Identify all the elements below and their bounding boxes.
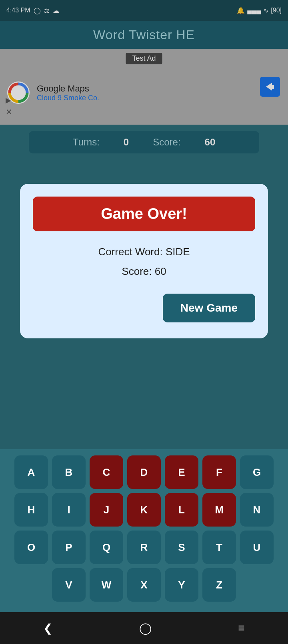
key-m[interactable]: M (202, 493, 236, 527)
key-t[interactable]: T (202, 531, 236, 564)
keyboard-row-4: V W X Y Z (3, 568, 285, 602)
key-d[interactable]: D (127, 455, 161, 489)
key-s[interactable]: S (165, 531, 198, 564)
key-h[interactable]: H (14, 493, 48, 527)
key-z[interactable]: Z (202, 568, 236, 602)
key-v[interactable]: V (52, 568, 86, 602)
keyboard-row-3: O P Q R S T U (3, 531, 285, 564)
game-over-banner: Game Over! (33, 197, 255, 231)
menu-button[interactable]: ≡ (238, 622, 244, 634)
key-l[interactable]: L (165, 493, 198, 527)
key-b[interactable]: B (52, 455, 86, 489)
key-k[interactable]: K (127, 493, 161, 527)
key-f[interactable]: F (202, 455, 236, 489)
new-game-button[interactable]: New Game (163, 294, 255, 322)
key-n[interactable]: N (240, 493, 274, 527)
game-over-title: Game Over! (101, 205, 187, 222)
keyboard-area: A B C D E F G H I J K L M N O P Q R S T … (0, 449, 288, 612)
key-o[interactable]: O (14, 531, 48, 564)
correct-word-display: Correct Word: SIDE (98, 246, 190, 258)
key-y[interactable]: Y (165, 568, 198, 602)
key-p[interactable]: P (52, 531, 86, 564)
key-u[interactable]: U (240, 531, 274, 564)
key-x[interactable]: X (127, 568, 161, 602)
score-display: Score: 60 (122, 265, 166, 278)
key-e[interactable]: E (165, 455, 198, 489)
key-w[interactable]: W (90, 568, 123, 602)
key-r[interactable]: R (127, 531, 161, 564)
key-i[interactable]: I (52, 493, 86, 527)
back-button[interactable]: ❮ (43, 622, 52, 635)
game-over-dialog: Game Over! Correct Word: SIDE Score: 60 … (20, 184, 268, 338)
key-j[interactable]: J (90, 493, 123, 527)
bottom-nav: ❮ ◯ ≡ (0, 612, 288, 644)
key-a[interactable]: A (14, 455, 48, 489)
key-g[interactable]: G (240, 455, 274, 489)
keyboard-row-1: A B C D E F G (3, 455, 285, 489)
key-q[interactable]: Q (90, 531, 123, 564)
key-c[interactable]: C (90, 455, 123, 489)
home-button[interactable]: ◯ (139, 622, 152, 635)
keyboard-row-2: H I J K L M N (3, 493, 285, 527)
